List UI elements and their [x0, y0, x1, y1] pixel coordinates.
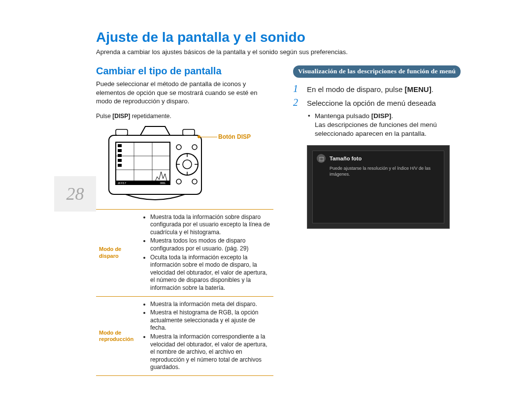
disp-callout-line — [200, 137, 217, 137]
list-item: Oculta toda la información excepto la in… — [150, 254, 270, 292]
list-item: Muestra la información correspondiente a… — [150, 333, 270, 371]
section-title: Cambiar el tipo de pantalla — [96, 65, 273, 77]
step-1: 1 En el modo de disparo, pulse [MENU]. — [293, 84, 470, 94]
svg-rect-1 — [116, 142, 170, 185]
page-number-tab: 28 — [54, 176, 96, 212]
camera-illustration: 20 F3.7 0001 — [96, 123, 273, 206]
step-text: Seleccione la opción de menú deseada — [307, 97, 436, 108]
svg-text:20  F3.7: 20 F3.7 — [118, 182, 126, 185]
preview-titlebar: ⬚ Tamaño foto — [313, 151, 444, 166]
svg-rect-9 — [118, 159, 122, 162]
table-row: Modo de disparo Muestra toda la informac… — [96, 209, 273, 296]
svg-rect-6 — [118, 144, 122, 147]
svg-point-15 — [183, 160, 192, 169]
shooting-mode-list: Muestra toda la información sobre dispar… — [143, 214, 270, 292]
step-number: 1 — [293, 84, 302, 94]
row-head-playback: Modo de reproducción — [96, 296, 140, 375]
svg-rect-25 — [183, 129, 195, 135]
intro-text: Aprenda a cambiar los ajustes básicos de… — [96, 48, 475, 56]
page-content: Ajuste de la pantalla y el sonido Aprend… — [96, 30, 475, 376]
svg-rect-8 — [118, 154, 122, 157]
sub-bullet: Mantenga pulsado [DISP]. Las descripcion… — [308, 112, 470, 139]
svg-rect-24 — [116, 129, 128, 135]
list-item: Muestra todos los modos de disparo confi… — [150, 237, 270, 252]
photo-size-icon: ⬚ — [317, 154, 326, 163]
steps-list: 1 En el modo de disparo, pulse [MENU]. 2… — [293, 84, 470, 109]
display-modes-table: Modo de disparo Muestra toda la informac… — [96, 209, 273, 376]
svg-rect-7 — [118, 149, 122, 152]
section-paragraph: Puede seleccionar el método de pantalla … — [96, 80, 273, 106]
callout-pill: Visualización de las descripciones de fu… — [293, 65, 461, 78]
camera-svg: 20 F3.7 0001 — [96, 123, 214, 206]
step-text: En el modo de disparo, pulse [MENU]. — [307, 84, 433, 94]
disp-button-label: Botón DISP — [218, 133, 251, 140]
svg-point-20 — [176, 145, 181, 150]
menu-description-preview: ⬚ Tamaño foto Puede ajustarse la resoluc… — [307, 145, 450, 229]
svg-point-23 — [192, 179, 197, 184]
preview-title: Tamaño foto — [330, 155, 362, 161]
step-number: 2 — [293, 97, 302, 108]
table-row: Modo de reproducción Muestra la informac… — [96, 296, 273, 375]
right-column: Visualización de las descripciones de fu… — [293, 65, 470, 376]
list-item: Muestra la información meta del disparo. — [150, 301, 270, 308]
page-number: 28 — [66, 184, 84, 204]
step-sub-bullets: Mantenga pulsado [DISP]. Las descripcion… — [308, 112, 470, 139]
pulse-instruction: Pulse [DISP] repetidamente. — [96, 113, 273, 120]
preview-description: Puede ajustarse la resolución y el índic… — [313, 166, 444, 177]
svg-text:0001: 0001 — [160, 182, 166, 185]
row-head-shooting: Modo de disparo — [96, 209, 140, 296]
list-item: Muestra toda la información sobre dispar… — [150, 214, 270, 237]
step-2: 2 Seleccione la opción de menú deseada — [293, 97, 470, 108]
main-title: Ajuste de la pantalla y el sonido — [96, 30, 475, 45]
list-item: Muestra el histograma de RGB, la opción … — [150, 309, 270, 332]
svg-rect-10 — [118, 164, 122, 167]
svg-point-21 — [192, 145, 197, 150]
playback-mode-list: Muestra la información meta del disparo.… — [143, 301, 270, 371]
svg-point-22 — [176, 179, 181, 184]
left-column: Cambiar el tipo de pantalla Puede selecc… — [96, 65, 273, 376]
